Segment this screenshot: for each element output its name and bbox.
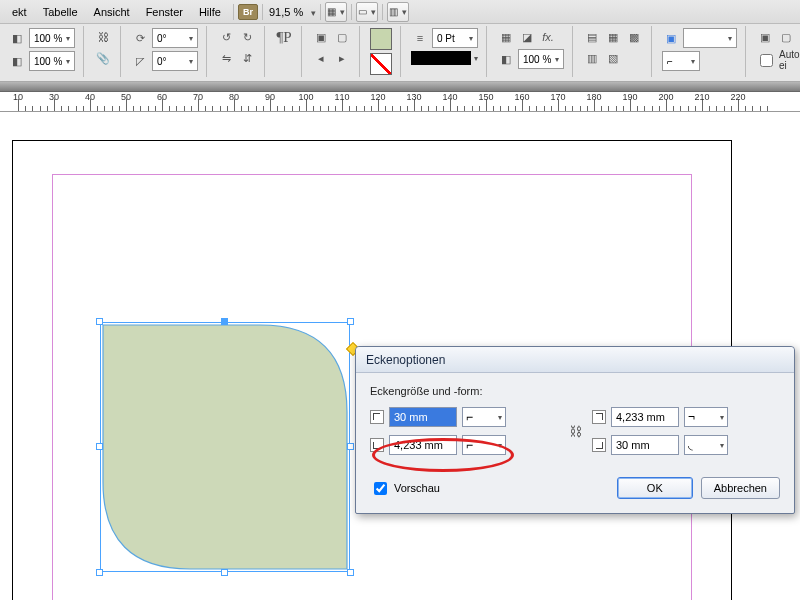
text-wrap-jump-icon[interactable]: ▥ <box>583 49 601 67</box>
stroke-swatch[interactable] <box>370 53 392 75</box>
ruler-label: 40 <box>85 92 95 102</box>
corner-bottom-left-row: ⌐▾ <box>370 435 558 455</box>
auto-fit-checkbox[interactable] <box>760 54 773 67</box>
handle-top-middle[interactable] <box>221 318 228 325</box>
fit-frame-icon[interactable]: ▣ <box>756 28 774 46</box>
horizontal-ruler: 1030405060708090100110120130140150160170… <box>0 92 800 112</box>
text-wrap-column-icon[interactable]: ▧ <box>604 49 622 67</box>
corner-tr-shape-combo[interactable]: ¬▾ <box>684 407 728 427</box>
menu-window[interactable]: Fenster <box>138 6 191 18</box>
frame-fit-icon[interactable]: ▣ <box>662 29 680 47</box>
select-prev-icon[interactable]: ◂ <box>312 49 330 67</box>
handle-top-left[interactable] <box>96 318 103 325</box>
control-panel: ◧ 100 %▾ ◧ 100 %▾ ⛓ 📎 ⟳ 0°▾ ◸ 0°▾ ↺ ↻ ⇋ <box>0 24 800 82</box>
menu-separator <box>233 4 234 20</box>
corner-size-combo[interactable]: ▾ <box>683 28 737 48</box>
handle-bottom-left[interactable] <box>96 569 103 576</box>
handle-top-right[interactable] <box>347 318 354 325</box>
menu-separator <box>262 4 263 20</box>
stroke-weight-combo[interactable]: 0 Pt▾ <box>432 28 478 48</box>
corner-bl-shape-combo[interactable]: ⌐▾ <box>462 435 506 455</box>
corner-top-left-row: ⌐▾ <box>370 407 558 427</box>
corner-tl-input[interactable] <box>389 407 457 427</box>
menu-separator <box>320 4 321 20</box>
effects-icon[interactable]: ▦ <box>497 28 515 46</box>
chevron-down-icon <box>307 6 316 18</box>
rotate-cw-icon[interactable]: ↻ <box>238 28 256 46</box>
corner-br-icon <box>592 438 606 452</box>
select-content-icon[interactable]: ▢ <box>333 28 351 46</box>
view-options-button[interactable]: ▦ <box>325 2 347 22</box>
ruler-label: 10 <box>13 92 23 102</box>
clip-icon[interactable]: 📎 <box>94 49 112 67</box>
corner-bl-input[interactable] <box>389 435 457 455</box>
text-wrap-none-icon[interactable]: ▤ <box>583 28 601 46</box>
document-tab-bar <box>0 82 800 92</box>
paragraph-style-icon[interactable]: ¶P <box>275 28 293 46</box>
ruler-label: 50 <box>121 92 131 102</box>
opacity-icon: ◧ <box>8 29 26 47</box>
preview-checkbox[interactable] <box>374 482 387 495</box>
corner-shape-combo[interactable]: ⌐▾ <box>662 51 700 71</box>
menu-table[interactable]: Tabelle <box>35 6 86 18</box>
auto-fit-label: Automatisch ei <box>779 49 800 71</box>
corner-tr-icon <box>592 410 606 424</box>
select-next-icon[interactable]: ▸ <box>333 49 351 67</box>
corner-br-input[interactable] <box>611 435 679 455</box>
zoom-value: 91,5 % <box>269 6 303 18</box>
opacity-icon: ◧ <box>497 50 515 68</box>
ruler-label: 110 <box>334 92 349 102</box>
ruler-label: 150 <box>478 92 493 102</box>
dialog-title-bar[interactable]: Eckenoptionen <box>356 347 794 373</box>
handle-middle-left[interactable] <box>96 443 103 450</box>
flip-v-icon[interactable]: ⇵ <box>238 49 256 67</box>
fit-content-icon[interactable]: ▢ <box>777 28 795 46</box>
handle-bottom-right[interactable] <box>347 569 354 576</box>
corner-tr-input[interactable] <box>611 407 679 427</box>
handle-middle-right[interactable] <box>347 443 354 450</box>
menu-view[interactable]: Ansicht <box>86 6 138 18</box>
opacity-b-combo[interactable]: 100 %▾ <box>29 51 75 71</box>
select-container-icon[interactable]: ▣ <box>312 28 330 46</box>
effect-opacity-combo[interactable]: 100 %▾ <box>518 49 564 69</box>
rotation-b-combo[interactable]: 0°▾ <box>152 51 198 71</box>
ruler-label: 60 <box>157 92 167 102</box>
fx-icon[interactable]: fx. <box>539 28 557 46</box>
menu-bar: ekt Tabelle Ansicht Fenster Hilfe Br 91,… <box>0 0 800 24</box>
drop-shadow-icon[interactable]: ◪ <box>518 28 536 46</box>
stroke-style-combo[interactable] <box>411 51 471 65</box>
menu-help[interactable]: Hilfe <box>191 6 229 18</box>
selection-outline <box>100 322 350 572</box>
stroke-weight-icon: ≡ <box>411 29 429 47</box>
cancel-button[interactable]: Abbrechen <box>701 477 780 499</box>
canvas[interactable]: Eckenoptionen Eckengröße und -form: ⌐▾ ⛓… <box>0 112 800 600</box>
rotation-a-combo[interactable]: 0°▾ <box>152 28 198 48</box>
fill-swatch[interactable] <box>370 28 392 50</box>
corner-group-label: Eckengröße und -form: <box>370 385 780 397</box>
selection-bounding-box[interactable] <box>100 322 350 572</box>
zoom-level[interactable]: 91,5 % <box>269 6 316 18</box>
corner-tl-shape-combo[interactable]: ⌐▾ <box>462 407 506 427</box>
text-wrap-bound-icon[interactable]: ▦ <box>604 28 622 46</box>
opacity-a-combo[interactable]: 100 %▾ <box>29 28 75 48</box>
menu-object[interactable]: ekt <box>4 6 35 18</box>
dialog-title: Eckenoptionen <box>366 353 445 367</box>
preview-checkbox-row[interactable]: Vorschau <box>370 479 440 498</box>
link-corners-icon[interactable]: ⛓ <box>569 424 582 439</box>
ruler-label: 200 <box>658 92 673 102</box>
ruler-label: 80 <box>229 92 239 102</box>
ok-button[interactable]: OK <box>617 477 693 499</box>
chain-icon[interactable]: ⛓ <box>94 28 112 46</box>
ruler-label: 190 <box>622 92 637 102</box>
corner-br-shape-combo[interactable]: ◟▾ <box>684 435 728 455</box>
screen-mode-button[interactable]: ▭ <box>356 2 378 22</box>
corner-bottom-right-row: ◟▾ <box>592 435 780 455</box>
flip-h-icon[interactable]: ⇋ <box>217 49 235 67</box>
arrange-button[interactable]: ▥ <box>387 2 409 22</box>
corner-top-right-row: ¬▾ <box>592 407 780 427</box>
rotate-icon: ⟳ <box>131 29 149 47</box>
bridge-icon[interactable]: Br <box>238 4 258 20</box>
text-wrap-shape-icon[interactable]: ▩ <box>625 28 643 46</box>
rotate-ccw-icon[interactable]: ↺ <box>217 28 235 46</box>
handle-bottom-middle[interactable] <box>221 569 228 576</box>
